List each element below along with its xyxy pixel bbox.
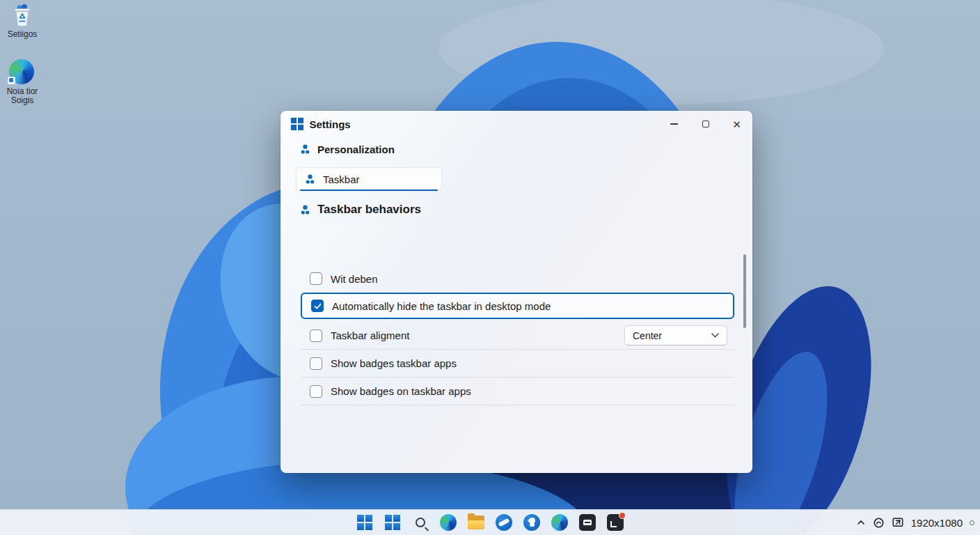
badged-app-icon (607, 514, 624, 531)
taskbar-button-dark-terminal[interactable] (578, 513, 596, 532)
show-desktop-dot-icon[interactable] (970, 520, 974, 525)
shortcut-badge-icon (8, 77, 15, 84)
blue-drop-app-icon (523, 514, 540, 531)
taskbar-button-edge-2[interactable] (551, 513, 569, 532)
taskbar-button-search[interactable] (411, 513, 429, 532)
desktop: SetiigosNoia tiorSoigis Settings ✕ Perso… (0, 0, 980, 535)
hidden-icons-chevron-icon[interactable] (856, 518, 866, 527)
setting-label: Show badges on taskbar apps (331, 385, 471, 397)
setting-row-taskbar-alignment[interactable]: Taskbar aligmentCenter (301, 322, 734, 350)
maximize-icon (702, 121, 709, 127)
blue-ring-app-icon (496, 514, 512, 531)
dropdown-value: Center (633, 330, 662, 341)
windows-secondary-icon (385, 515, 400, 530)
desktop-icon-edge-shortcut[interactable]: Noia tiorSoigis (0, 59, 45, 105)
settings-window: Settings ✕ Personalization Taskbar (280, 111, 752, 473)
chevron-down-icon (711, 333, 719, 338)
terminal-icon (579, 514, 596, 531)
setting-row-wit-deben[interactable]: Wit deben (301, 267, 734, 290)
search-icon (416, 518, 425, 527)
titlebar[interactable]: Settings ✕ (280, 111, 752, 137)
setting-label: Wit deben (331, 273, 378, 285)
setting-row-auto-hide-taskbar[interactable]: Automatically hide the taskbar in deskto… (301, 293, 734, 319)
checkbox-unchecked[interactable] (310, 357, 322, 370)
taskbar-button-windows-secondary[interactable] (384, 513, 402, 532)
taskbar-button-file-explorer[interactable] (467, 513, 485, 532)
taskbar-button-dark-app-badged[interactable] (606, 513, 624, 532)
checkbox-unchecked[interactable] (310, 385, 322, 398)
minimize-button[interactable] (658, 111, 690, 137)
checkbox-unchecked[interactable] (310, 272, 322, 285)
nav-personalization[interactable]: Personalization (299, 144, 395, 155)
setting-row-show-badges-2[interactable]: Show badges on taskbar apps (301, 378, 734, 405)
window-title: Settings (310, 118, 351, 130)
edge-icon (551, 514, 568, 531)
scrollbar[interactable] (743, 254, 746, 328)
checkbox-unchecked[interactable] (310, 329, 322, 342)
setting-row-show-badges-1[interactable]: Show badges taskbar apps (301, 350, 734, 378)
desktop-icon-label: Setiigos (0, 30, 45, 39)
cast-display-tray-icon[interactable] (892, 517, 904, 528)
windows-logo-icon (291, 118, 303, 130)
close-button[interactable]: ✕ (721, 111, 752, 137)
edge-icon (9, 59, 34, 84)
person-icon (299, 204, 311, 216)
start-windows-icon (357, 515, 372, 530)
alignment-dropdown[interactable]: Center (624, 325, 727, 346)
pen-circle-tray-icon[interactable] (873, 517, 885, 529)
system-tray: 1920x1080 (856, 510, 980, 535)
selected-indicator (300, 189, 438, 191)
edge-icon (440, 514, 457, 531)
nav-personalization-label: Personalization (317, 144, 395, 155)
section-taskbar-behaviors: Taskbar behaviors (299, 203, 421, 217)
nav-taskbar-selected[interactable]: Taskbar (296, 167, 442, 191)
person-icon (299, 144, 311, 155)
recycle-bin-icon (9, 2, 35, 29)
taskbar-button-blue-ring-app[interactable] (495, 513, 513, 532)
setting-label: Show badges taskbar apps (331, 357, 457, 369)
person-icon (304, 173, 316, 185)
setting-label: Taskbar aligment (331, 329, 409, 341)
desktop-icon-label: Noia tiorSoigis (0, 87, 45, 105)
file-explorer-icon (468, 515, 484, 529)
taskbar: 1920x1080 (0, 509, 980, 535)
checkmark-icon (313, 302, 322, 311)
setting-label: Automatically hide the taskbar in deskto… (332, 300, 551, 312)
close-icon: ✕ (732, 119, 741, 130)
minimize-icon (670, 123, 678, 124)
taskbar-button-blue-drop-app[interactable] (523, 513, 541, 532)
notification-badge (619, 512, 626, 519)
taskbar-button-start[interactable] (356, 513, 374, 532)
section-title: Taskbar behaviors (317, 203, 421, 217)
checkbox-checked[interactable] (311, 300, 324, 312)
nav-taskbar-label: Taskbar (323, 173, 360, 185)
taskbar-button-edge[interactable] (439, 513, 457, 532)
display-resolution[interactable]: 1920x1080 (911, 517, 963, 529)
maximize-button[interactable] (690, 111, 721, 137)
desktop-icon-recycle-bin[interactable]: Setiigos (0, 2, 45, 39)
